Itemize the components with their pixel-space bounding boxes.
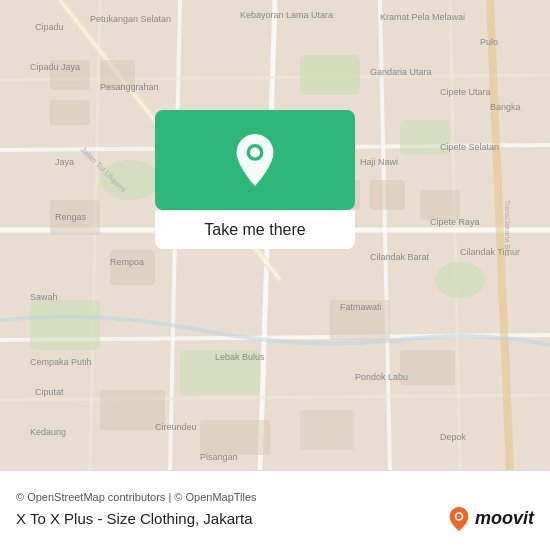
location-name-row: X To X Plus - Size Clothing, Jakarta moo… [16,507,534,531]
take-me-there-button[interactable]: Take me there [155,210,355,249]
svg-text:Sawah: Sawah [30,292,58,302]
svg-text:Kramat Pela Melawai: Kramat Pela Melawai [380,12,465,22]
svg-text:Depok: Depok [440,432,467,442]
map-container[interactable]: Cipadu Petukangan Selatan Kebayoran Lama… [0,0,550,470]
svg-rect-22 [50,100,90,125]
svg-text:Jaya: Jaya [55,157,74,167]
app: Cipadu Petukangan Selatan Kebayoran Lama… [0,0,550,550]
svg-point-64 [250,147,260,157]
svg-text:Cipete Selatan: Cipete Selatan [440,142,499,152]
svg-text:Rengas: Rengas [55,212,87,222]
svg-rect-29 [400,350,455,385]
location-card: Take me there [155,110,355,224]
svg-text:Fatmawati: Fatmawati [340,302,382,312]
svg-text:Cempaka Putih: Cempaka Putih [30,357,92,367]
svg-point-66 [456,513,461,518]
svg-text:Haji Nawi: Haji Nawi [360,157,398,167]
svg-text:Cipete Raya: Cipete Raya [430,217,480,227]
svg-rect-25 [420,190,460,220]
svg-rect-27 [110,250,155,285]
moovit-brand-text: moovit [475,508,534,529]
svg-text:Cipete Utara: Cipete Utara [440,87,491,97]
svg-rect-14 [300,55,360,95]
location-name: X To X Plus - Size Clothing, Jakarta [16,510,253,527]
svg-rect-32 [300,410,355,450]
svg-rect-16 [30,300,100,350]
svg-text:Rempoa: Rempoa [110,257,144,267]
svg-text:Ciputat: Ciputat [35,387,64,397]
moovit-pin-icon [447,507,471,531]
svg-point-19 [435,262,485,298]
svg-text:Kedaung: Kedaung [30,427,66,437]
svg-text:Cipadu Jaya: Cipadu Jaya [30,62,80,72]
svg-text:Petukangan Selatan: Petukangan Selatan [90,14,171,24]
pin-marker-box [155,110,355,210]
map-attribution: © OpenStreetMap contributors | © OpenMap… [16,491,534,503]
svg-text:Cipadu: Cipadu [35,22,64,32]
green-box-wrapper: Take me there [155,110,355,210]
svg-text:Pulo: Pulo [480,37,498,47]
svg-text:Gandaria Utara: Gandaria Utara [370,67,432,77]
svg-text:Trans/Jakarta Bus: Trans/Jakarta Bus [504,200,511,257]
bottom-bar: © OpenStreetMap contributors | © OpenMap… [0,470,550,550]
moovit-logo: moovit [447,507,534,531]
svg-text:Bangka: Bangka [490,102,521,112]
svg-rect-24 [370,180,405,210]
svg-text:Lebak Bulus: Lebak Bulus [215,352,265,362]
svg-text:Kebayoran Lama Utara: Kebayoran Lama Utara [240,10,333,20]
svg-text:Cireundeu: Cireundeu [155,422,197,432]
svg-text:Pondok Labu: Pondok Labu [355,372,408,382]
location-pin-icon [229,134,281,186]
svg-text:Pisangan: Pisangan [200,452,238,462]
svg-text:Cilandak Barat: Cilandak Barat [370,252,430,262]
svg-text:Pesanggrahan: Pesanggrahan [100,82,159,92]
svg-rect-31 [200,420,270,455]
